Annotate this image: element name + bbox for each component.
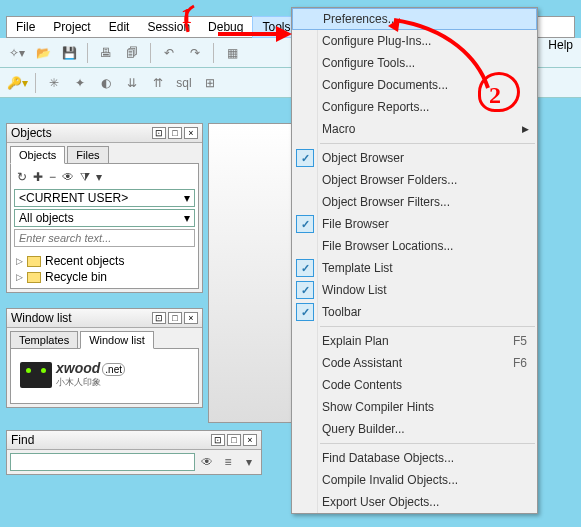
binoculars-icon[interactable]: 👁 bbox=[198, 453, 216, 471]
key-icon[interactable]: 🔑▾ bbox=[6, 72, 28, 94]
explain-icon[interactable]: ⊞ bbox=[199, 72, 221, 94]
scope-selector[interactable]: All objects▾ bbox=[14, 209, 195, 227]
pane-pin-icon[interactable]: ⊡ bbox=[152, 127, 166, 139]
menu-session[interactable]: Session bbox=[138, 17, 199, 37]
pane-max-icon[interactable]: □ bbox=[168, 127, 182, 139]
find-icon[interactable]: 👁 bbox=[62, 170, 74, 184]
menu-shortcut: F5 bbox=[513, 334, 527, 348]
menu-item-file-browser[interactable]: ✓File Browser bbox=[292, 213, 537, 235]
menu-item-object-browser-folders[interactable]: Object Browser Folders... bbox=[292, 169, 537, 191]
menu-item-show-compiler-hints[interactable]: Show Compiler Hints bbox=[292, 396, 537, 418]
menu-item-label: Configure Tools... bbox=[322, 56, 415, 70]
find-title-label: Find bbox=[11, 433, 34, 447]
menu-item-template-list[interactable]: ✓Template List bbox=[292, 257, 537, 279]
wand-icon[interactable]: ✦ bbox=[69, 72, 91, 94]
tree-item-recent[interactable]: ▷ Recent objects bbox=[14, 253, 195, 269]
print-setup-icon[interactable]: 🗐 bbox=[121, 42, 143, 64]
find-input[interactable] bbox=[10, 453, 195, 471]
add-icon[interactable]: ✚ bbox=[33, 170, 43, 184]
menu-item-code-contents[interactable]: Code Contents bbox=[292, 374, 537, 396]
objects-pane-title: Objects ⊡ □ × bbox=[7, 124, 202, 143]
stop-icon[interactable]: ◐ bbox=[95, 72, 117, 94]
menu-item-label: Toolbar bbox=[322, 305, 361, 319]
menu-project[interactable]: Project bbox=[44, 17, 99, 37]
submenu-arrow-icon: ▶ bbox=[522, 124, 529, 134]
user-selector-label: <CURRENT USER> bbox=[19, 191, 128, 205]
tree-item-recycle[interactable]: ▷ Recycle bin bbox=[14, 269, 195, 285]
menu-item-explain-plan[interactable]: Explain PlanF5 bbox=[292, 330, 537, 352]
menu-help[interactable]: Help bbox=[548, 38, 573, 52]
rollback-icon[interactable]: ⇈ bbox=[147, 72, 169, 94]
menu-item-object-browser[interactable]: ✓Object Browser bbox=[292, 147, 537, 169]
menu-item-window-list[interactable]: ✓Window List bbox=[292, 279, 537, 301]
menu-separator bbox=[320, 326, 535, 327]
pane-close-icon[interactable]: × bbox=[243, 434, 257, 446]
menu-item-configure-documents[interactable]: Configure Documents... bbox=[292, 74, 537, 96]
commit-icon[interactable]: ⇊ bbox=[121, 72, 143, 94]
logo-sub: 小木人印象 bbox=[56, 376, 125, 389]
menu-item-label: Macro bbox=[322, 122, 355, 136]
pane-close-icon[interactable]: × bbox=[184, 127, 198, 139]
menu-item-preferences[interactable]: Preferences... bbox=[292, 8, 537, 30]
folder-icon bbox=[27, 256, 41, 267]
scope-selector-label: All objects bbox=[19, 211, 74, 225]
tab-templates[interactable]: Templates bbox=[10, 331, 78, 349]
find-dropdown-icon[interactable]: ▾ bbox=[240, 453, 258, 471]
tab-files[interactable]: Files bbox=[67, 146, 108, 164]
windowlist-title: Window list ⊡ □ × bbox=[7, 309, 202, 328]
undo-icon[interactable]: ↶ bbox=[158, 42, 180, 64]
menu-item-code-assistant[interactable]: Code AssistantF6 bbox=[292, 352, 537, 374]
menu-item-configure-plug-ins[interactable]: Configure Plug-Ins... bbox=[292, 30, 537, 52]
menu-item-compile-invalid-objects[interactable]: Compile Invalid Objects... bbox=[292, 469, 537, 491]
menu-item-file-browser-locations[interactable]: File Browser Locations... bbox=[292, 235, 537, 257]
menu-item-query-builder[interactable]: Query Builder... bbox=[292, 418, 537, 440]
windowlist-tabs: Templates Window list bbox=[7, 328, 202, 349]
objects-tabs: Objects Files bbox=[7, 143, 202, 164]
logo-text: xwood bbox=[56, 360, 100, 376]
menu-item-toolbar[interactable]: ✓Toolbar bbox=[292, 301, 537, 323]
menu-edit[interactable]: Edit bbox=[100, 17, 139, 37]
run-icon[interactable]: ▦ bbox=[221, 42, 243, 64]
find-options-icon[interactable]: ≡ bbox=[219, 453, 237, 471]
pane-pin-icon[interactable]: ⊡ bbox=[211, 434, 225, 446]
menu-item-configure-reports[interactable]: Configure Reports... bbox=[292, 96, 537, 118]
pane-max-icon[interactable]: □ bbox=[227, 434, 241, 446]
pane-pin-icon[interactable]: ⊡ bbox=[152, 312, 166, 324]
new-icon[interactable]: ✧▾ bbox=[6, 42, 28, 64]
redo-icon[interactable]: ↷ bbox=[184, 42, 206, 64]
user-selector[interactable]: <CURRENT USER>▾ bbox=[14, 189, 195, 207]
more-icon[interactable]: ▾ bbox=[96, 170, 102, 184]
pane-max-icon[interactable]: □ bbox=[168, 312, 182, 324]
menu-item-configure-tools[interactable]: Configure Tools... bbox=[292, 52, 537, 74]
menu-file[interactable]: File bbox=[7, 17, 44, 37]
menu-item-label: Find Database Objects... bbox=[322, 451, 454, 465]
menu-item-find-database-objects[interactable]: Find Database Objects... bbox=[292, 447, 537, 469]
menu-item-export-user-objects[interactable]: Export User Objects... bbox=[292, 491, 537, 513]
open-icon[interactable]: 📂 bbox=[32, 42, 54, 64]
pane-close-icon[interactable]: × bbox=[184, 312, 198, 324]
save-icon[interactable]: 💾 bbox=[58, 42, 80, 64]
expand-icon[interactable]: ▷ bbox=[16, 256, 23, 266]
objects-search-input[interactable] bbox=[14, 229, 195, 247]
sql-icon[interactable]: sql bbox=[173, 72, 195, 94]
menu-item-label: Object Browser Folders... bbox=[322, 173, 457, 187]
tools-menu: Preferences...Configure Plug-Ins...Confi… bbox=[291, 7, 538, 514]
menu-item-label: Export User Objects... bbox=[322, 495, 439, 509]
refresh-icon[interactable]: ↻ bbox=[17, 170, 27, 184]
print-icon[interactable]: 🖶 bbox=[95, 42, 117, 64]
filter-icon[interactable]: ⧩ bbox=[80, 170, 90, 184]
checked-icon: ✓ bbox=[296, 281, 314, 299]
menu-debug[interactable]: Debug bbox=[199, 17, 252, 37]
menu-shortcut: F6 bbox=[513, 356, 527, 370]
menu-item-label: Object Browser Filters... bbox=[322, 195, 450, 209]
remove-icon[interactable]: − bbox=[49, 170, 56, 184]
menu-item-label: Code Assistant bbox=[322, 356, 402, 370]
tab-windowlist[interactable]: Window list bbox=[80, 331, 154, 349]
menu-item-label: Object Browser bbox=[322, 151, 404, 165]
expand-icon[interactable]: ▷ bbox=[16, 272, 23, 282]
menu-item-object-browser-filters[interactable]: Object Browser Filters... bbox=[292, 191, 537, 213]
menu-separator bbox=[320, 443, 535, 444]
tab-objects[interactable]: Objects bbox=[10, 146, 65, 164]
gear-icon[interactable]: ✳ bbox=[43, 72, 65, 94]
menu-item-macro[interactable]: Macro▶ bbox=[292, 118, 537, 140]
